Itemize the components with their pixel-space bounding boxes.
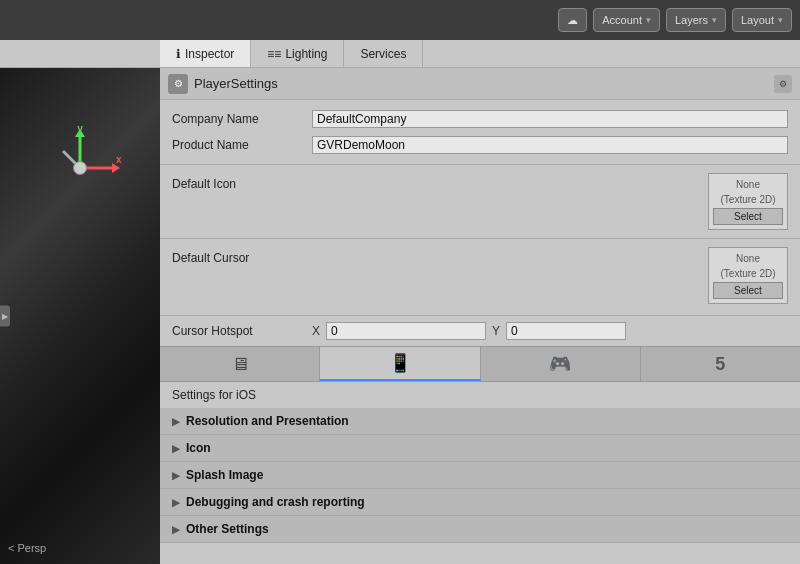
splash-label: Splash Image bbox=[186, 468, 263, 482]
inspector-header-actions: ⚙ bbox=[774, 75, 792, 93]
basic-settings-section: Company Name Product Name bbox=[160, 100, 800, 164]
default-cursor-texture-box: None (Texture 2D) Select bbox=[708, 247, 788, 304]
panel-collapse-handle[interactable]: ▶ bbox=[0, 306, 10, 327]
default-cursor-select-btn[interactable]: Select bbox=[713, 282, 783, 299]
account-button[interactable]: Account ▾ bbox=[593, 8, 660, 32]
layout-label: Layout bbox=[741, 14, 774, 26]
gizmo-x-label: x bbox=[116, 154, 122, 165]
company-name-label: Company Name bbox=[172, 112, 312, 126]
tab-services[interactable]: Services bbox=[344, 40, 423, 67]
tab-lighting-label: Lighting bbox=[285, 47, 327, 61]
other-arrow-icon: ▶ bbox=[172, 524, 180, 535]
tab-inspector[interactable]: ℹ Inspector bbox=[160, 40, 251, 67]
section-other-header[interactable]: ▶ Other Settings bbox=[160, 516, 800, 542]
platform-pc[interactable]: 🖥 bbox=[160, 347, 320, 381]
platform-bar: 🖥 📱 🎮 5 bbox=[160, 346, 800, 382]
cloud-button[interactable]: ☁ bbox=[558, 8, 587, 32]
default-cursor-label: Default Cursor bbox=[172, 247, 312, 265]
debugging-label: Debugging and crash reporting bbox=[186, 495, 365, 509]
top-bar: ☁ Account ▾ Layers ▾ Layout ▾ bbox=[0, 0, 800, 40]
section-resolution-header[interactable]: ▶ Resolution and Presentation bbox=[160, 408, 800, 434]
splash-arrow-icon: ▶ bbox=[172, 470, 180, 481]
scene-persp-label: < Persp bbox=[8, 542, 46, 554]
section-other: ▶ Other Settings bbox=[160, 516, 800, 543]
icon-section-label: Icon bbox=[186, 441, 211, 455]
gizmo-center bbox=[73, 161, 87, 175]
cursor-hotspot-row: Cursor Hotspot X Y bbox=[160, 315, 800, 346]
playersettings-icon: ⚙ bbox=[168, 74, 188, 94]
layers-arrow: ▾ bbox=[712, 15, 717, 25]
section-debugging-header[interactable]: ▶ Debugging and crash reporting bbox=[160, 489, 800, 515]
settings-content[interactable]: Company Name Product Name Default Icon N… bbox=[160, 100, 800, 564]
inspector-panel: ⚙ PlayerSettings ⚙ Company Name Product … bbox=[160, 68, 800, 564]
default-icon-texture-box: None (Texture 2D) Select bbox=[708, 173, 788, 230]
gizmo-y-label: y bbox=[77, 123, 83, 134]
x-letter: X bbox=[312, 324, 320, 338]
layout-arrow: ▾ bbox=[778, 15, 783, 25]
default-icon-select-btn[interactable]: Select bbox=[713, 208, 783, 225]
account-arrow: ▾ bbox=[646, 15, 651, 25]
layers-button[interactable]: Layers ▾ bbox=[666, 8, 726, 32]
tab-bar: ℹ Inspector ≡≡ Lighting Services bbox=[0, 40, 800, 68]
section-debugging: ▶ Debugging and crash reporting bbox=[160, 489, 800, 516]
hotspot-x-input[interactable] bbox=[326, 322, 486, 340]
platform-gamepad[interactable]: 🎮 bbox=[481, 347, 641, 381]
cursor-texture-none-label: None bbox=[736, 252, 760, 265]
inspector-object-title: PlayerSettings bbox=[194, 76, 768, 91]
cursor-texture-2d-label: (Texture 2D) bbox=[720, 267, 775, 280]
layers-label: Layers bbox=[675, 14, 708, 26]
default-icon-label: Default Icon bbox=[172, 173, 312, 191]
company-name-input[interactable] bbox=[312, 110, 788, 128]
section-splash-header[interactable]: ▶ Splash Image bbox=[160, 462, 800, 488]
icon-arrow-icon: ▶ bbox=[172, 443, 180, 454]
default-cursor-row: Default Cursor None (Texture 2D) Select bbox=[160, 238, 800, 315]
gizmo: y x bbox=[35, 123, 125, 213]
platform-mobile[interactable]: 📱 bbox=[320, 347, 480, 381]
layout-button[interactable]: Layout ▾ bbox=[732, 8, 792, 32]
company-name-row: Company Name bbox=[172, 108, 788, 130]
settings-cog-button[interactable]: ⚙ bbox=[774, 75, 792, 93]
texture-none-label: None bbox=[736, 178, 760, 191]
resolution-arrow-icon: ▶ bbox=[172, 416, 180, 427]
cloud-icon: ☁ bbox=[567, 14, 578, 27]
default-icon-row: Default Icon None (Texture 2D) Select bbox=[160, 164, 800, 238]
other-label: Other Settings bbox=[186, 522, 269, 536]
debugging-arrow-icon: ▶ bbox=[172, 497, 180, 508]
scene-panel: y x ▶ < Persp bbox=[0, 68, 160, 564]
platform-html5[interactable]: 5 bbox=[641, 347, 800, 381]
inspector-header: ⚙ PlayerSettings ⚙ bbox=[160, 68, 800, 100]
default-cursor-space bbox=[312, 247, 708, 307]
product-name-label: Product Name bbox=[172, 138, 312, 152]
lighting-tab-icon: ≡≡ bbox=[267, 47, 281, 61]
hotspot-y-input[interactable] bbox=[506, 322, 626, 340]
section-icon-header[interactable]: ▶ Icon bbox=[160, 435, 800, 461]
tab-lighting[interactable]: ≡≡ Lighting bbox=[251, 40, 344, 67]
product-name-input[interactable] bbox=[312, 136, 788, 154]
tab-inspector-label: Inspector bbox=[185, 47, 234, 61]
inspector-tab-icon: ℹ bbox=[176, 47, 181, 61]
product-name-row: Product Name bbox=[172, 134, 788, 156]
account-label: Account bbox=[602, 14, 642, 26]
section-icon: ▶ Icon bbox=[160, 435, 800, 462]
resolution-label: Resolution and Presentation bbox=[186, 414, 349, 428]
settings-platform-label: Settings for iOS bbox=[160, 382, 800, 408]
texture-2d-label: (Texture 2D) bbox=[720, 193, 775, 206]
hotspot-coords: X Y bbox=[312, 322, 626, 340]
gear-icon: ⚙ bbox=[174, 78, 183, 89]
section-splash: ▶ Splash Image bbox=[160, 462, 800, 489]
section-resolution: ▶ Resolution and Presentation bbox=[160, 408, 800, 435]
y-letter: Y bbox=[492, 324, 500, 338]
tab-services-label: Services bbox=[360, 47, 406, 61]
cursor-hotspot-label: Cursor Hotspot bbox=[172, 324, 312, 338]
main-layout: y x ▶ < Persp ⚙ PlayerSettings ⚙ bbox=[0, 68, 800, 564]
